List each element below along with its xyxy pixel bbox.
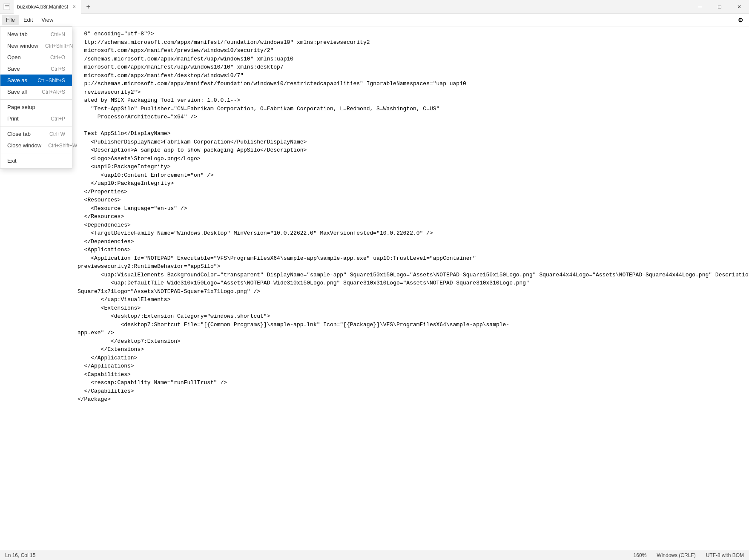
menu-save-all-shortcut: Ctrl+Alt+S bbox=[42, 89, 65, 95]
menu-close-window-label: Close window bbox=[7, 142, 41, 149]
menu-close-window-shortcut: Ctrl+Shift+W bbox=[48, 143, 77, 149]
menu-file[interactable]: File bbox=[2, 15, 19, 25]
main-content: 0" encoding="utf-8"?> ttp://schemas.micr… bbox=[0, 26, 749, 550]
tab-close-button[interactable]: ✕ bbox=[71, 3, 77, 10]
menu-new-tab-shortcut: Ctrl+N bbox=[51, 32, 65, 37]
app-icon bbox=[0, 0, 14, 14]
tab-strip: bu2xbkv4.b3r.Manifest ✕ + bbox=[14, 0, 690, 14]
menu-save-as[interactable]: Save as Ctrl+Shift+S bbox=[0, 75, 72, 86]
file-dropdown: New tab Ctrl+N New window Ctrl+Shift+N O… bbox=[0, 26, 72, 169]
separator-3 bbox=[0, 153, 72, 153]
close-button[interactable]: ✕ bbox=[729, 0, 749, 14]
menu-save-as-label: Save as bbox=[7, 77, 27, 83]
menu-new-window-label: New window bbox=[7, 43, 38, 49]
menu-new-window-shortcut: Ctrl+Shift+N bbox=[45, 43, 73, 49]
menu-close-tab[interactable]: Close tab Ctrl+W bbox=[0, 128, 72, 140]
maximize-button[interactable]: □ bbox=[710, 0, 729, 14]
menu-open-label: Open bbox=[7, 54, 21, 60]
menu-print-shortcut: Ctrl+P bbox=[51, 116, 65, 122]
menu-print-label: Print bbox=[7, 115, 19, 122]
menu-view[interactable]: View bbox=[37, 15, 57, 25]
new-tab-button[interactable]: + bbox=[81, 0, 95, 14]
menu-print[interactable]: Print Ctrl+P bbox=[0, 113, 72, 124]
menu-save-all-label: Save all bbox=[7, 89, 27, 95]
separator-1 bbox=[0, 99, 72, 100]
menu-new-tab-label: New tab bbox=[7, 31, 28, 37]
menu-save-shortcut: Ctrl+S bbox=[51, 66, 65, 72]
status-right: 160% Windows (CRLF) UTF-8 with BOM bbox=[634, 552, 744, 558]
active-tab[interactable]: bu2xbkv4.b3r.Manifest ✕ bbox=[14, 0, 81, 14]
code-editor[interactable]: 0" encoding="utf-8"?> ttp://schemas.micr… bbox=[72, 26, 749, 550]
svg-rect-2 bbox=[5, 6, 9, 6]
encoding[interactable]: UTF-8 with BOM bbox=[706, 552, 744, 558]
menu-close-window[interactable]: Close window Ctrl+Shift+W bbox=[0, 140, 72, 151]
menu-save-all[interactable]: Save all Ctrl+Alt+S bbox=[0, 86, 72, 98]
settings-icon[interactable]: ⚙ bbox=[734, 14, 747, 26]
menu-exit-label: Exit bbox=[7, 158, 17, 164]
menu-new-window[interactable]: New window Ctrl+Shift+N bbox=[0, 40, 72, 52]
menu-bar: File Edit View ⚙ bbox=[0, 14, 749, 26]
minimize-button[interactable]: ─ bbox=[690, 0, 710, 14]
separator-2 bbox=[0, 126, 72, 126]
menu-page-setup[interactable]: Page setup bbox=[0, 101, 72, 113]
menu-save[interactable]: Save Ctrl+S bbox=[0, 63, 72, 75]
menu-save-label: Save bbox=[7, 66, 20, 72]
menu-new-tab[interactable]: New tab Ctrl+N bbox=[0, 29, 72, 40]
menu-page-setup-label: Page setup bbox=[7, 104, 35, 110]
zoom-level[interactable]: 160% bbox=[634, 552, 647, 558]
menu-open-shortcut: Ctrl+O bbox=[50, 55, 65, 60]
cursor-position: Ln 16, Col 15 bbox=[5, 552, 634, 558]
title-bar: bu2xbkv4.b3r.Manifest ✕ + ─ □ ✕ bbox=[0, 0, 749, 14]
status-bar: Ln 16, Col 15 160% Windows (CRLF) UTF-8 … bbox=[0, 550, 749, 560]
tab-label: bu2xbkv4.b3r.Manifest bbox=[17, 4, 68, 10]
menu-exit[interactable]: Exit bbox=[0, 155, 72, 167]
svg-rect-1 bbox=[5, 5, 9, 6]
window-controls: ─ □ ✕ bbox=[690, 0, 749, 14]
menu-close-tab-shortcut: Ctrl+W bbox=[49, 131, 65, 137]
menu-close-tab-label: Close tab bbox=[7, 131, 31, 137]
menu-open[interactable]: Open Ctrl+O bbox=[0, 52, 72, 63]
svg-rect-4 bbox=[5, 8, 8, 8]
menu-save-as-shortcut: Ctrl+Shift+S bbox=[37, 78, 65, 83]
menu-edit[interactable]: Edit bbox=[19, 15, 37, 25]
svg-rect-3 bbox=[5, 7, 9, 7]
line-ending[interactable]: Windows (CRLF) bbox=[657, 552, 695, 558]
